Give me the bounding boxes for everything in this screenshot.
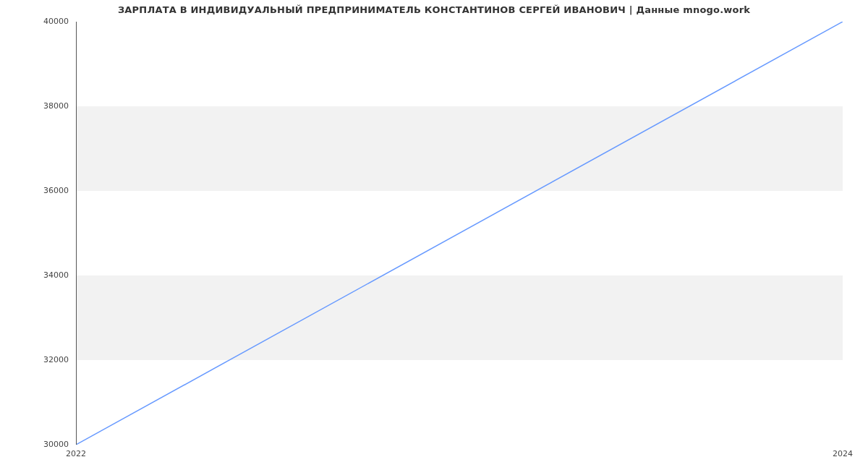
x-tick-label: 2022 [61, 449, 90, 458]
y-tick-label: 40000 [0, 17, 69, 26]
plot-area [76, 22, 843, 445]
chart-title: ЗАРПЛАТА В ИНДИВИДУАЛЬНЫЙ ПРЕДПРИНИМАТЕЛ… [0, 4, 868, 15]
line-chart: ЗАРПЛАТА В ИНДИВИДУАЛЬНЫЙ ПРЕДПРИНИМАТЕЛ… [0, 0, 868, 470]
y-tick-label: 38000 [0, 101, 69, 111]
y-tick-label: 34000 [0, 270, 69, 280]
grid-band [76, 106, 843, 191]
plot-svg [76, 22, 843, 445]
data-series-line [76, 22, 843, 445]
y-tick-label: 32000 [0, 355, 69, 364]
grid-band [76, 275, 843, 360]
y-tick-label: 36000 [0, 186, 69, 195]
x-tick-label: 2024 [828, 449, 857, 458]
y-tick-label: 30000 [0, 440, 69, 449]
